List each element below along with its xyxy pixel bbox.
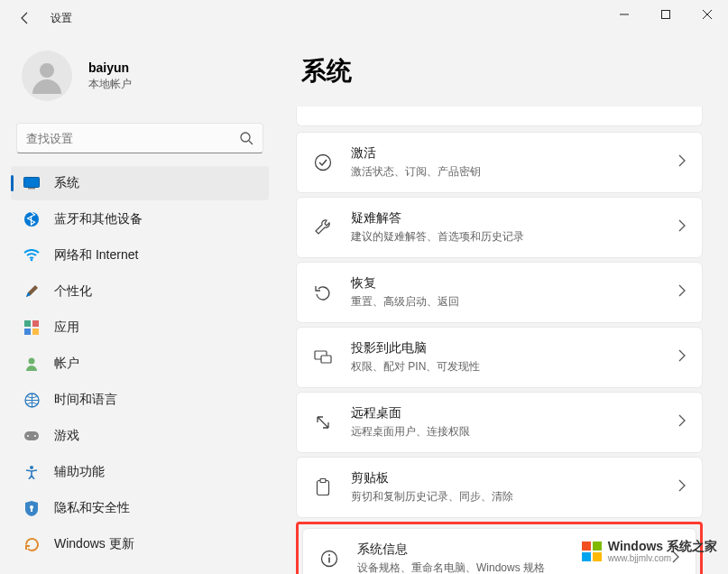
svg-rect-10 (32, 320, 39, 327)
user-name: baiyun (88, 60, 132, 75)
svg-rect-29 (582, 542, 591, 551)
bluetooth-icon (23, 211, 40, 227)
minimize-button[interactable] (604, 0, 645, 29)
search-box[interactable] (16, 123, 263, 153)
search-input[interactable] (26, 132, 239, 145)
minimize-icon (620, 10, 629, 19)
svg-rect-6 (28, 188, 35, 190)
card-title: 疑难解答 (351, 210, 678, 227)
svg-rect-30 (593, 542, 602, 551)
card-remote-desktop[interactable]: 远程桌面 远程桌面用户、连接权限 (296, 392, 703, 453)
search-icon (239, 131, 253, 145)
remote-icon (313, 413, 333, 431)
chevron-right-icon (678, 154, 686, 171)
chevron-right-icon (678, 284, 686, 301)
sidebar-item-gaming[interactable]: 游戏 (11, 419, 269, 453)
sidebar-item-accessibility[interactable]: 辅助功能 (11, 455, 269, 489)
sidebar-item-label: 应用 (54, 319, 79, 336)
check-circle-icon (313, 153, 333, 171)
svg-rect-28 (328, 558, 330, 563)
svg-point-8 (31, 259, 33, 262)
chevron-right-icon (678, 219, 686, 236)
close-button[interactable] (687, 0, 728, 29)
card-title: 激活 (351, 145, 678, 162)
sidebar-item-accounts[interactable]: 帐户 (11, 347, 269, 381)
sidebar-item-label: 蓝牙和其他设备 (54, 211, 143, 227)
svg-rect-25 (320, 479, 326, 483)
svg-rect-9 (24, 320, 31, 327)
maximize-icon (661, 10, 670, 19)
sidebar-item-apps[interactable]: 应用 (11, 310, 269, 345)
svg-point-27 (328, 554, 330, 556)
titlebar: 设置 (0, 0, 728, 36)
card-clipboard[interactable]: 剪贴板 剪切和复制历史记录、同步、清除 (296, 457, 703, 518)
card-subtitle: 远程桌面用户、连接权限 (351, 424, 678, 440)
brush-icon (23, 283, 40, 300)
shield-icon (23, 500, 40, 516)
svg-rect-1 (662, 11, 670, 19)
info-icon (319, 550, 339, 568)
card-activation[interactable]: 激活 激活状态、订阅、产品密钥 (296, 132, 703, 193)
sidebar-item-label: 个性化 (54, 283, 92, 300)
sidebar-item-bluetooth[interactable]: 蓝牙和其他设备 (11, 202, 269, 236)
svg-rect-15 (24, 431, 39, 440)
avatar (22, 51, 72, 101)
card-recovery[interactable]: 恢复 重置、高级启动、返回 (296, 262, 703, 323)
svg-point-18 (30, 466, 33, 469)
sidebar-item-privacy[interactable]: 隐私和安全性 (11, 491, 269, 525)
svg-point-21 (316, 155, 331, 171)
card-subtitle: 建议的疑难解答、首选项和历史记录 (351, 229, 678, 245)
apps-icon (23, 319, 40, 336)
wrench-icon (313, 218, 333, 236)
watermark-title: Windows 系统之家 (608, 540, 717, 553)
sidebar-item-network[interactable]: 网络和 Internet (11, 238, 269, 273)
update-icon (23, 536, 40, 552)
sidebar-item-label: 隐私和安全性 (54, 500, 130, 516)
card-subtitle: 激活状态、订阅、产品密钥 (351, 164, 678, 180)
user-profile[interactable]: baiyun 本地帐户 (11, 43, 269, 117)
svg-point-13 (29, 358, 35, 365)
system-icon (23, 175, 40, 191)
nav-list: 系统 蓝牙和其他设备 网络和 Internet 个性化 应用 帐户 (11, 166, 269, 561)
card-title: 投影到此电脑 (351, 340, 678, 356)
sidebar-item-time-language[interactable]: 时间和语言 (11, 383, 269, 417)
user-icon (29, 58, 65, 94)
sidebar-item-label: 时间和语言 (54, 392, 117, 408)
sidebar-item-label: 网络和 Internet (54, 247, 138, 264)
svg-point-17 (34, 435, 36, 437)
user-type: 本地帐户 (88, 77, 132, 92)
chevron-right-icon (678, 479, 686, 495)
sidebar-item-label: 辅助功能 (54, 464, 105, 480)
watermark-url: www.bjjmlv.com (608, 553, 717, 563)
card-troubleshoot[interactable]: 疑难解答 建议的疑难解答、首选项和历史记录 (296, 197, 703, 258)
svg-rect-11 (24, 329, 31, 335)
recovery-icon (313, 283, 333, 301)
card-subtitle: 重置、高级启动、返回 (351, 294, 678, 310)
card-subtitle: 剪切和复制历史记录、同步、清除 (351, 489, 678, 505)
window-controls (604, 0, 728, 29)
sidebar-item-label: 帐户 (54, 356, 79, 372)
card-projecting[interactable]: 投影到此电脑 权限、配对 PIN、可发现性 (296, 327, 703, 388)
gamepad-icon (23, 428, 40, 444)
svg-point-2 (40, 63, 54, 78)
app-title: 设置 (51, 11, 72, 26)
card-title: 剪贴板 (351, 470, 678, 486)
sidebar-item-personalization[interactable]: 个性化 (11, 274, 269, 309)
svg-point-3 (241, 133, 250, 142)
maximize-button[interactable] (645, 0, 687, 29)
svg-rect-5 (24, 178, 40, 188)
accessibility-icon (23, 464, 40, 480)
svg-line-4 (249, 141, 253, 144)
wifi-icon (23, 247, 40, 264)
page-title: 系统 (301, 54, 703, 88)
account-icon (23, 356, 40, 372)
card-partial-top (296, 106, 703, 126)
user-info: baiyun 本地帐户 (88, 60, 132, 92)
back-button[interactable] (11, 4, 40, 32)
windows-logo-icon (581, 541, 603, 562)
project-icon (313, 350, 333, 365)
sidebar-item-update[interactable]: Windows 更新 (11, 527, 269, 561)
svg-rect-31 (582, 552, 591, 561)
card-title: 恢复 (351, 275, 678, 292)
sidebar-item-system[interactable]: 系统 (11, 166, 269, 200)
